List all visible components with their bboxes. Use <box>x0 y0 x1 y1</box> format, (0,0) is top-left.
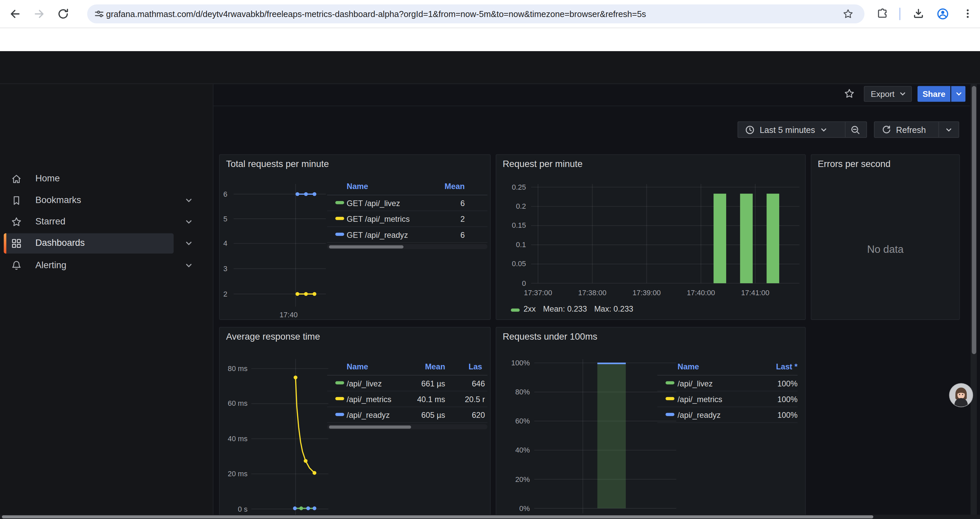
y-tick: 20 ms <box>220 469 248 478</box>
legend-mean-value: 605 µs <box>395 411 445 420</box>
y-tick: 0 <box>501 279 526 288</box>
legend-series-name[interactable]: /api/_metrics <box>678 395 722 404</box>
y-tick: 80% <box>501 387 530 396</box>
legend-header-mean[interactable]: Mean <box>403 363 445 371</box>
selected-item-background <box>4 233 173 254</box>
sidebar: Home Bookmarks Starred Dashboards Alerti… <box>0 84 213 519</box>
chevron-down-icon[interactable] <box>185 218 193 226</box>
sidebar-item-starred[interactable]: Starred <box>0 212 213 232</box>
legend-series-name[interactable]: /api/_livez <box>678 379 713 388</box>
legend-series-name[interactable]: GET /api/_metrics <box>347 215 410 224</box>
legend-header-mean[interactable]: Mean <box>422 182 465 191</box>
legend-series-name[interactable]: /api/_readyz <box>678 411 721 420</box>
chevron-down-icon[interactable] <box>185 240 193 247</box>
address-bar[interactable]: grafana.mathmast.com/d/deytv4rwavabkb/fr… <box>87 4 864 23</box>
legend-header-name[interactable]: Name <box>678 363 699 371</box>
legend-divider <box>327 375 488 376</box>
legend-header-last[interactable]: Las <box>469 363 488 371</box>
time-range-picker[interactable]: Last 5 minutes <box>738 121 867 137</box>
sidebar-item-dashboards[interactable]: Dashboards <box>0 233 213 254</box>
share-menu-button[interactable] <box>951 86 966 102</box>
series-swatch <box>335 412 344 415</box>
y-tick: 60 ms <box>220 399 248 408</box>
legend-series-name[interactable]: /api/_livez <box>347 379 382 388</box>
legend-scrollbar-thumb[interactable] <box>329 425 411 428</box>
x-tick: 17:38:00 <box>573 288 611 297</box>
legend-divider <box>657 406 797 407</box>
panel-errors-per-second: Errors per second No data <box>811 154 960 320</box>
legend-series-name[interactable]: /api/_metrics <box>347 395 391 404</box>
bookmarks-bar: Freeleaps 收藏博客 <box>0 28 980 51</box>
download-icon[interactable] <box>913 8 924 20</box>
reload-icon[interactable] <box>57 8 69 21</box>
series-swatch <box>665 397 675 400</box>
legend-header-name[interactable]: Name <box>347 363 368 371</box>
y-tick: 100% <box>501 358 530 367</box>
url-text[interactable]: grafana.mathmast.com/d/deytv4rwavabkb/fr… <box>106 9 838 18</box>
x-tick: 17:41:00 <box>736 288 774 297</box>
sidebar-item-alerting[interactable]: Alerting <box>0 256 213 276</box>
floating-avatar[interactable] <box>949 383 973 407</box>
legend-series-name[interactable]: 2xx <box>523 305 536 314</box>
header-divider <box>213 105 970 106</box>
legend-last-value: 620 <box>447 411 485 420</box>
browser-menu-icon[interactable] <box>962 8 974 20</box>
legend-divider <box>657 423 797 423</box>
refresh-icon <box>881 125 891 134</box>
legend-series-name[interactable]: /api/_readyz <box>347 411 390 420</box>
vertical-scrollbar-thumb[interactable] <box>972 86 976 354</box>
y-tick: 0 s <box>220 505 248 514</box>
y-tick: 0% <box>501 504 530 513</box>
refresh-label: Refresh <box>896 125 926 134</box>
series-swatch <box>335 397 344 400</box>
profile-icon[interactable] <box>936 8 949 21</box>
x-tick: 17:40 <box>276 311 301 319</box>
share-button[interactable]: Share <box>918 86 950 102</box>
y-tick: 0.1 <box>501 240 526 249</box>
legend-divider <box>657 391 797 391</box>
sidebar-item-label: Home <box>35 173 60 184</box>
chevron-down-icon[interactable] <box>945 126 952 134</box>
legend-scrollbar-thumb[interactable] <box>329 245 403 248</box>
horizontal-scrollbar-thumb[interactable] <box>2 515 873 518</box>
legend-last-value: 100% <box>753 395 797 404</box>
time-range-label: Last 5 minutes <box>759 125 815 134</box>
legend-mean-value: 40.1 ms <box>395 395 445 404</box>
legend-series-name[interactable]: GET /api/_readyz <box>347 231 408 240</box>
series-swatch <box>335 201 344 204</box>
sidebar-item-home[interactable]: Home <box>0 169 213 189</box>
legend-divider <box>327 391 488 391</box>
browser-toolbar: grafana.mathmast.com/d/deytv4rwavabkb/fr… <box>0 0 980 28</box>
series-swatch <box>335 381 344 384</box>
no-data-message: No data <box>811 243 959 256</box>
series-swatch <box>335 216 344 219</box>
forward-icon[interactable] <box>33 8 45 21</box>
sidebar-item-label: Bookmarks <box>35 195 81 205</box>
y-tick: 40 ms <box>220 434 248 444</box>
back-icon[interactable] <box>9 8 22 21</box>
button-divider <box>938 122 939 137</box>
legend-divider <box>327 211 488 211</box>
chevron-down-icon[interactable] <box>185 197 193 204</box>
chevron-down-icon[interactable] <box>185 262 193 270</box>
favorite-star-icon[interactable] <box>843 88 855 99</box>
grafana-header: Grafana Home › Dashboards › Freeleaps Me… <box>0 51 980 84</box>
toolbar-divider <box>899 8 900 21</box>
x-tick: 17:40:00 <box>682 288 720 297</box>
legend-last-value: 100% <box>753 411 797 420</box>
site-settings-icon[interactable] <box>94 8 105 20</box>
legend-header-name[interactable]: Name <box>347 182 368 191</box>
y-tick: 6 <box>217 190 227 199</box>
export-button[interactable]: Export <box>864 86 912 102</box>
y-tick: 0.2 <box>501 202 526 211</box>
export-label: Export <box>871 89 895 99</box>
refresh-button[interactable]: Refresh <box>874 121 959 137</box>
extensions-icon[interactable] <box>877 8 889 20</box>
sidebar-item-bookmarks[interactable]: Bookmarks <box>0 190 213 211</box>
legend-series-name[interactable]: GET /api/_livez <box>347 199 400 208</box>
zoom-out-icon[interactable] <box>851 125 861 135</box>
y-tick: 5 <box>217 214 227 224</box>
panel-title[interactable]: Errors per second <box>818 159 891 169</box>
legend-header-last[interactable]: Last * <box>753 363 797 371</box>
bookmark-star-icon[interactable] <box>842 8 854 20</box>
